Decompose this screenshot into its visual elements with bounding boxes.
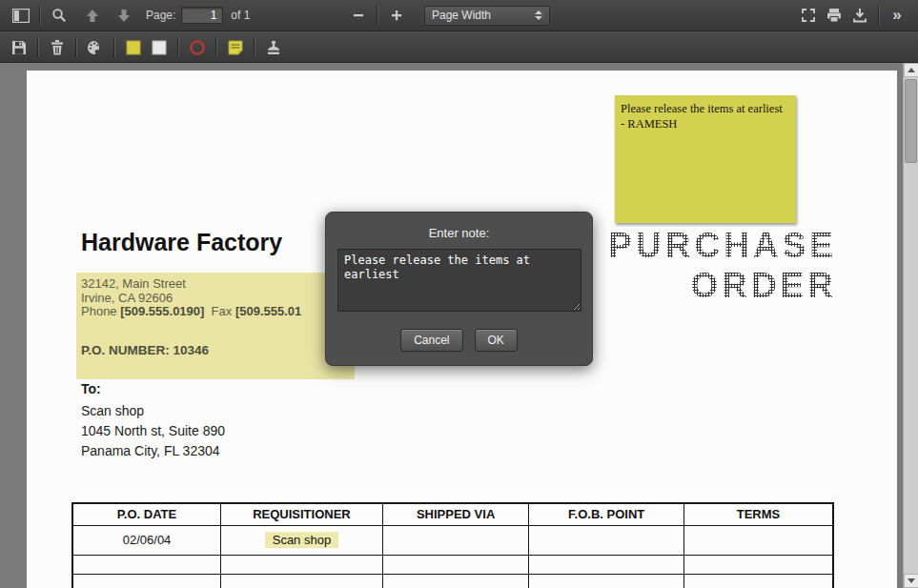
toolbar-separator [177,38,178,57]
toolbar-separator [254,38,255,57]
table-cell [221,574,383,588]
sticky-note-text-line-2: - RAMESH [621,116,790,132]
save-annotations-button[interactable] [6,36,31,59]
red-circle-icon [189,39,206,56]
table-cell [382,525,529,555]
fullscreen-icon [801,8,816,23]
color-picker-button[interactable] [82,36,108,59]
table-cell [683,555,833,574]
viewer-area: Hardware Factory 32142, Main Street Irvi… [0,63,918,588]
sidebar-toggle-icon [12,9,30,23]
toolbar-separator [39,6,40,25]
search-button[interactable] [46,4,71,27]
plus-icon [391,10,402,21]
rectangle-tool-button[interactable] [146,36,172,59]
address-line-2: Irvine, CA 92606 [81,292,301,306]
zoom-mode-value: Page Width [432,9,491,22]
yellow-square-icon [126,40,141,55]
page-count-label: of 1 [231,9,250,22]
table-cell-highlight: Scan shop [265,532,338,548]
recipient-line-1: Scan shop [81,401,225,421]
col-header: REQUISITIONER [221,503,383,525]
table-cell [683,525,833,555]
note-icon [228,40,243,55]
table-cell: Scan shop [221,525,383,555]
scroll-down-button[interactable] [904,574,918,588]
print-button[interactable] [821,4,847,27]
chevron-double-right-icon: » [892,6,902,25]
toolbar-left-group: Page: of 1 [0,4,250,27]
table-row [72,555,833,574]
purchase-order-stamp: PURCHASE ORDER [553,226,837,306]
save-icon [11,40,27,55]
stamp-tool-button[interactable] [260,36,286,59]
toolbar-separator [878,6,879,25]
table-cell [72,555,221,574]
cancel-button[interactable]: Cancel [400,329,462,352]
po-table-header-row: P.O. DATE REQUISITIONER SHIPPED VIA F.O.… [72,503,833,525]
search-icon [51,8,67,23]
sidebar-toggle-button[interactable] [8,4,33,27]
toolbar-separator [113,38,114,57]
table-cell [529,555,684,574]
zoom-out-button[interactable] [345,4,371,27]
ok-button[interactable]: OK [475,329,518,352]
col-header: TERMS [683,503,833,525]
delete-annotation-button[interactable] [44,36,70,59]
phone-fax-line: Phone [509.555.0190] Fax [509.555.01 [81,305,301,319]
table-row: 02/06/04 Scan shop [72,525,833,555]
enter-note-dialog: Enter note: Please release the items at … [325,212,593,366]
note-textarea[interactable]: Please release the items at earliest [337,249,581,312]
zoom-in-button[interactable] [383,4,409,27]
po-table: P.O. DATE REQUISITIONER SHIPPED VIA F.O.… [71,502,834,588]
table-cell [382,555,529,574]
col-header: SHIPPED VIA [382,503,529,525]
vertical-scrollbar[interactable] [903,63,918,588]
more-tools-button[interactable]: » [885,4,910,27]
col-header: P.O. DATE [72,503,221,525]
scrollbar-thumb[interactable] [905,79,917,163]
download-icon [852,8,867,23]
ellipse-tool-button[interactable] [184,36,210,59]
download-button[interactable] [847,4,872,27]
page-number-input[interactable] [181,7,223,24]
table-row [72,574,833,588]
sticky-note-annotation[interactable]: Please release the items at earliest - R… [615,95,796,223]
table-cell [683,574,833,588]
table-cell [529,525,684,555]
zoom-mode-select[interactable]: Page Width [424,6,550,26]
table-cell [529,574,684,588]
table-cell: 02/06/04 [72,525,221,555]
dialog-title: Enter note: [326,226,592,240]
palette-icon [87,40,103,55]
col-header: F.O.B. POINT [529,503,684,525]
main-toolbar: Page: of 1 Page Width [0,0,918,31]
recipient-block: To: Scan shop 1045 North st, Suite 890 P… [81,381,225,461]
annotation-toolbar [0,31,918,63]
highlight-tool-button[interactable] [120,36,146,59]
company-address: 32142, Main Street Irvine, CA 92606 Phon… [81,277,301,319]
table-cell [72,574,221,588]
stamp-icon [266,40,281,55]
recipient-line-2: 1045 North st, Suite 890 [81,421,225,441]
next-page-button[interactable] [111,4,136,27]
triangle-down-icon [908,578,915,583]
stamp-line-2: ORDER [553,266,837,306]
sticky-note-tool-button[interactable] [222,36,248,59]
stamp-line-1: PURCHASE [553,226,837,266]
toolbar-separator [215,38,216,57]
to-label: To: [81,381,225,396]
trash-icon [50,39,65,55]
recipient-line-3: Panama City, FL 32304 [81,441,225,461]
minus-icon [353,10,364,21]
select-arrows-icon [535,10,542,20]
arrow-down-icon [117,10,131,22]
toolbar-separator [75,38,76,57]
scroll-up-button[interactable] [904,63,918,77]
presentation-mode-button[interactable] [795,4,821,27]
print-icon [826,8,842,23]
toolbar-right-group: » [795,4,910,27]
toolbar-separator [37,38,38,57]
table-cell [221,555,383,574]
previous-page-button[interactable] [79,4,105,27]
